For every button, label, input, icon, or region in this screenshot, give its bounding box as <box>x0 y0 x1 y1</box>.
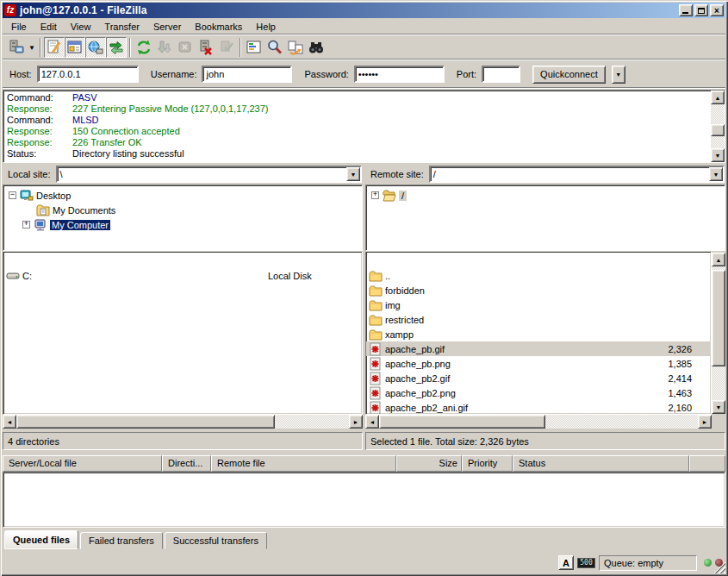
speed-limit-indicator[interactable]: 500 <box>577 558 595 568</box>
close-icon: × <box>714 6 719 16</box>
expand-icon[interactable]: + <box>22 221 30 229</box>
menu-bookmarks[interactable]: Bookmarks <box>188 20 249 34</box>
cancel-icon <box>177 39 194 56</box>
queue-column-direction[interactable]: Directi... <box>162 455 211 472</box>
tab-successful-transfers[interactable]: Successful transfers <box>165 532 267 549</box>
tree-item-my-documents[interactable]: My Documents <box>3 203 362 217</box>
remote-file-row[interactable]: img <box>366 297 711 312</box>
tree-item-desktop[interactable]: − Desktop <box>3 188 362 203</box>
port-input[interactable] <box>482 66 520 83</box>
scroll-up-icon[interactable]: ▲ <box>711 91 725 104</box>
password-label: Password: <box>304 69 348 79</box>
remote-file-row[interactable]: apache_pb2.gif 2,414 <box>366 371 711 385</box>
scroll-up-icon[interactable]: ▲ <box>712 253 725 266</box>
folder-icon <box>369 284 383 297</box>
transfer-type-indicator[interactable]: A <box>558 555 574 570</box>
refresh-icon <box>135 39 152 56</box>
toolbar-separator <box>40 38 41 57</box>
toggle-transfer-queue-button[interactable] <box>106 37 127 58</box>
cancel-button[interactable] <box>175 37 196 58</box>
remote-file-row-selected[interactable]: apache_pb.gif 2,326 <box>366 341 711 356</box>
host-input[interactable] <box>37 66 139 83</box>
expand-icon[interactable]: + <box>371 191 379 199</box>
log-scrollbar-thumb[interactable] <box>711 124 725 136</box>
queue-header: Server/Local file Directi... Remote file… <box>3 455 725 472</box>
tab-queued-files[interactable]: Queued files <box>4 530 78 549</box>
toggle-message-log-button[interactable] <box>44 37 65 58</box>
local-file-row[interactable]: C: Local Disk <box>3 268 362 283</box>
maximize-button[interactable] <box>694 4 708 16</box>
remote-file-row[interactable]: forbidden <box>366 283 711 297</box>
tree-item-root[interactable]: + / <box>366 188 725 203</box>
local-tree-icon <box>66 39 84 56</box>
remote-site-combobox[interactable]: / ▼ <box>429 166 725 183</box>
remote-file-row[interactable]: apache_pb2_ani.gif 2,160 <box>366 400 711 415</box>
queue-column-remote-file[interactable]: Remote file <box>211 455 396 472</box>
remote-hscrollbar[interactable]: ◄ ► <box>365 415 712 429</box>
directory-comparison-button[interactable] <box>306 37 327 58</box>
queue-column-server-local-file[interactable]: Server/Local file <box>3 455 162 472</box>
queue-column-priority[interactable]: Priority <box>462 455 513 472</box>
local-status-bar: 4 directories <box>3 432 363 450</box>
local-site-dropdown-button[interactable]: ▼ <box>346 167 360 181</box>
quickconnect-dropdown-button[interactable]: ▼ <box>612 66 625 84</box>
resize-grip[interactable] <box>713 561 725 573</box>
password-input[interactable] <box>354 66 445 83</box>
remote-file-list: .. forbidden img restricted xampp apache… <box>365 252 712 415</box>
queue-column-status[interactable]: Status <box>513 455 689 472</box>
scroll-down-icon[interactable]: ▼ <box>711 148 725 162</box>
toggle-local-tree-button[interactable] <box>65 37 85 58</box>
menu-file[interactable]: File <box>4 20 34 34</box>
synchronized-browsing-button[interactable] <box>285 37 306 58</box>
remote-file-row[interactable]: restricted <box>366 312 711 327</box>
quickconnect-button[interactable]: Quickconnect <box>532 66 606 84</box>
drive-icon <box>6 269 20 283</box>
scroll-down-icon[interactable]: ▼ <box>712 400 725 414</box>
remote-file-row[interactable]: .. <box>366 268 711 283</box>
site-manager-button[interactable] <box>6 37 27 58</box>
tab-failed-transfers[interactable]: Failed transfers <box>80 532 163 549</box>
scroll-right-icon[interactable]: ► <box>698 415 712 429</box>
scroll-right-icon[interactable]: ► <box>349 415 363 429</box>
site-manager-dropdown-button[interactable]: ▼ <box>27 37 37 58</box>
log-scrollbar[interactable]: ▲ ▼ <box>711 91 725 162</box>
host-label: Host: <box>9 69 32 79</box>
menu-transfer[interactable]: Transfer <box>97 20 146 34</box>
remote-site-dropdown-button[interactable]: ▼ <box>709 167 723 181</box>
image-file-icon <box>369 372 383 385</box>
scroll-left-icon[interactable]: ◄ <box>365 415 379 429</box>
disconnect-button[interactable] <box>196 37 216 58</box>
file-search-button[interactable] <box>264 37 285 58</box>
process-queue-button[interactable] <box>154 37 175 58</box>
scroll-left-icon[interactable]: ◄ <box>3 415 16 429</box>
remote-scrollbar-thumb[interactable] <box>712 270 725 366</box>
menu-help[interactable]: Help <box>249 20 283 34</box>
menu-edit[interactable]: Edit <box>34 20 64 34</box>
binoculars-icon <box>308 39 325 56</box>
activity-led-green-icon <box>704 559 712 567</box>
filter-button[interactable] <box>244 37 264 58</box>
queue-column-size[interactable]: Size <box>396 455 462 472</box>
remote-file-row[interactable]: apache_pb2.png 1,463 <box>366 385 711 400</box>
remote-file-row[interactable]: xampp <box>366 327 711 341</box>
remote-hscrollbar-thumb[interactable] <box>379 415 545 429</box>
queue-list[interactable] <box>3 472 725 528</box>
reconnect-button[interactable] <box>216 37 237 58</box>
computer-icon <box>34 218 47 232</box>
toggle-remote-tree-button[interactable] <box>85 37 106 58</box>
local-hscrollbar-thumb[interactable] <box>16 415 275 429</box>
collapse-icon[interactable]: − <box>9 191 16 199</box>
remote-directory-tree: + / <box>365 185 725 251</box>
title-bar[interactable]: fz john@127.0.0.1 - FileZilla × <box>3 3 725 18</box>
close-button[interactable]: × <box>710 4 724 16</box>
remote-file-row[interactable]: apache_pb.png 1,385 <box>366 356 711 371</box>
username-input[interactable] <box>202 66 292 83</box>
minimize-button[interactable] <box>679 4 693 16</box>
menu-server[interactable]: Server <box>146 20 188 34</box>
local-hscrollbar[interactable]: ◄ ► <box>3 415 363 429</box>
menu-view[interactable]: View <box>64 20 98 34</box>
local-site-combobox[interactable]: \ ▼ <box>56 166 362 183</box>
remote-list-scrollbar[interactable]: ▲ ▼ <box>712 253 725 414</box>
tree-item-my-computer[interactable]: + My Computer <box>3 217 362 232</box>
refresh-button[interactable] <box>134 37 154 58</box>
